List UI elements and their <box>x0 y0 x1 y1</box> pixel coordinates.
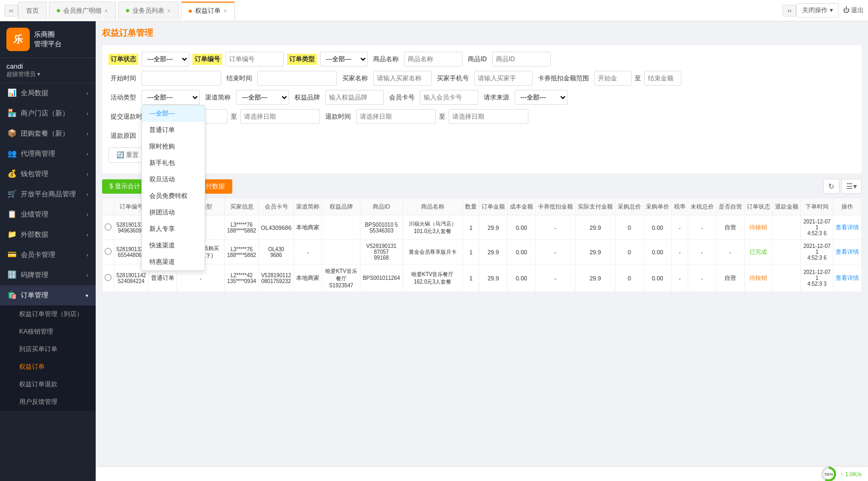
tab-home[interactable]: 首页 <box>18 2 47 20</box>
col-cost: 成本金额 <box>507 198 535 215</box>
row3-goods-name: 唯爱KTV音乐餐厅162.0元3人套餐 <box>402 264 462 292</box>
table-action-row: $ 显示合计 ☁ 修复尊享卡支付数据 ↻ ☰▾ <box>102 179 862 194</box>
activity-option-new-gift[interactable]: 新手礼包 <box>142 155 205 171</box>
order-no-input[interactable] <box>225 52 284 67</box>
brand-input[interactable] <box>325 90 384 105</box>
submenu-ka-verify[interactable]: KA核销管理 <box>0 323 96 341</box>
row3-member-card: V5281901120801759232 <box>258 264 294 292</box>
row2-radio[interactable] <box>103 240 114 264</box>
tab-close-1[interactable]: × <box>105 8 108 14</box>
row3-order-time: 2021-12-07 14:52:3 3 <box>800 264 833 292</box>
activity-type-select[interactable]: ---全部--- <box>141 90 200 105</box>
exit-button[interactable]: ⏻ 退出 <box>843 6 864 15</box>
submenu-user-feedback[interactable]: 用户反馈管理 <box>0 393 96 411</box>
tab-member-detail-label: 会员推广明细 <box>63 6 102 15</box>
tab-dot-2 <box>126 9 129 12</box>
activity-option-flash-sale[interactable]: 限时抢购 <box>142 138 205 155</box>
orders-table: 订单编号 订单类型 活动类型 买家信息 会员卡号 渠道简称 权益品牌 商品ID … <box>102 198 862 292</box>
row2-buyer-info: L3*****76188****5882 <box>225 240 259 264</box>
source-select[interactable]: ---全部--- <box>515 90 568 105</box>
row1-qty: 1 <box>462 215 479 240</box>
refresh-button[interactable]: ↻ <box>823 179 839 194</box>
row1-action[interactable]: 查看详情 <box>833 215 861 240</box>
row2-order-time: 2021-12-07 14:52:3 6 <box>800 240 833 264</box>
sidebar-item-merchant[interactable]: 🏪商户门店（新） ‹ <box>0 103 96 123</box>
submenu-equity-order[interactable]: 权益订单 <box>0 358 96 376</box>
table-row: 5281901338949636096 普通订单 - L3*****76188*… <box>103 215 862 240</box>
activity-type-label: 活动类型 <box>108 93 138 102</box>
refund-time-end-input[interactable] <box>449 109 528 124</box>
row2-self-ops: - <box>716 240 744 264</box>
activity-option-normal[interactable]: 普通订单 <box>142 122 205 138</box>
row2-action[interactable]: 查看详情 <box>833 240 861 264</box>
sidebar-item-agent[interactable]: 👥代理商管理 ‹ <box>0 144 96 164</box>
brand-label: 权益品牌 <box>292 93 322 102</box>
activity-option-double-festival[interactable]: 双旦活动 <box>142 171 205 188</box>
row2-order-amount: 29.9 <box>479 240 507 264</box>
row1-cost: 0.00 <box>507 215 535 240</box>
sidebar-item-performance[interactable]: 📋业绩管理 ‹ <box>0 204 96 225</box>
sidebar-item-order-management[interactable]: 🛍️订单管理 ▾ <box>0 285 96 305</box>
channel-select[interactable]: ---全部--- <box>236 90 289 105</box>
tab-equity-order[interactable]: 权益订单 × <box>181 2 235 20</box>
table-row: 5281901142524084224 普通订单 - L2*****42135*… <box>103 264 862 292</box>
coupon-end-input[interactable] <box>644 71 681 86</box>
sidebar-item-wallet[interactable]: 💰钱包管理 ‹ <box>0 164 96 184</box>
row3-action[interactable]: 查看详情 <box>833 264 861 292</box>
activity-option-group-buy[interactable]: 拼团活动 <box>142 204 205 221</box>
col-refund: 退款金额 <box>772 198 800 215</box>
sidebar-item-global-data[interactable]: 📊全局数据 ‹ <box>0 83 96 103</box>
submenu-order: 权益订单管理（到店） KA核销管理 到店买单订单 权益订单 权益订单退款 用户反… <box>0 305 96 411</box>
goods-name-input[interactable] <box>404 52 462 67</box>
sidebar-item-code-board[interactable]: 🔢码牌管理 ‹ <box>0 265 96 285</box>
activity-option-special-channel[interactable]: 特惠渠道 <box>142 254 205 270</box>
member-card-label: 会员卡号 <box>387 93 417 102</box>
row2-goods-id: V5281901318705799168 <box>360 240 402 264</box>
row1-order-time: 2021-12-07 14:52:3 6 <box>800 215 833 240</box>
sidebar-item-open-platform[interactable]: 🛒开放平台商品管理 ‹ <box>0 184 96 204</box>
activity-option-all[interactable]: ---全部--- <box>142 105 205 122</box>
activity-option-fast-channel[interactable]: 快速渠道 <box>142 237 205 254</box>
tab-close-2[interactable]: × <box>167 8 171 14</box>
buyer-name-input[interactable] <box>373 71 432 86</box>
coupon-start-input[interactable] <box>594 71 631 86</box>
row3-order-amount: 29.9 <box>479 264 507 292</box>
order-no-label: 订单编号 <box>192 54 222 65</box>
tab-member-detail[interactable]: 会员推广明细 × <box>49 2 116 20</box>
order-status-select[interactable]: ---全部--- <box>141 52 189 67</box>
buyer-phone-input[interactable] <box>474 71 533 86</box>
row1-actual-pay: 29.9 <box>575 215 615 240</box>
row1-brand <box>322 215 360 240</box>
tab-salesperson-list[interactable]: 业务员列表 × <box>118 2 179 20</box>
nav-forward-button[interactable]: ›› <box>782 5 796 16</box>
close-ops-button[interactable]: 关闭操作 ▾ <box>796 3 838 18</box>
submenu-store-order[interactable]: 到店买单订单 <box>0 341 96 358</box>
nav-back-button[interactable]: ‹‹ <box>4 5 18 16</box>
status-bar-right: 58% ↑ 1.6K/s <box>820 466 862 482</box>
logo-icon: 乐 <box>6 28 30 51</box>
goods-id-input[interactable] <box>492 52 551 67</box>
member-card-input[interactable] <box>420 90 478 105</box>
tab-close-3[interactable]: × <box>224 8 227 14</box>
activity-option-new-exclusive[interactable]: 新人专享 <box>142 221 205 237</box>
row1-order-amount: 29.9 <box>479 215 507 240</box>
row3-radio[interactable] <box>103 264 114 292</box>
sidebar-item-member-card[interactable]: 💳会员卡管理 ‹ <box>0 245 96 265</box>
row3-qty: 1 <box>462 264 479 292</box>
refund-time-start-input[interactable] <box>356 109 436 124</box>
submenu-equity-refund[interactable]: 权益订单退款 <box>0 376 96 393</box>
table-row: 5281901324655448064 普通订单 尊享版会员购买(美食线下) L… <box>103 240 862 264</box>
end-time-input[interactable]: 2021-12-07 23:5 <box>257 71 337 86</box>
refund-reason-label: 退款原因 <box>108 131 138 140</box>
activity-option-member-free[interactable]: 会员免费特权 <box>142 188 205 204</box>
refund-submit-end-input[interactable] <box>240 109 320 124</box>
tab-equity-order-label: 权益订单 <box>195 6 221 15</box>
column-settings-button[interactable]: ☰▾ <box>841 179 862 194</box>
row1-radio[interactable] <box>103 215 114 240</box>
row1-coupon-deduct: - <box>535 215 575 240</box>
order-type-select[interactable]: ---全部--- <box>320 52 368 67</box>
start-time-input[interactable]: 2021-12-07 00:0 <box>141 71 221 86</box>
sidebar-item-external-data[interactable]: 📁外部数据 ‹ <box>0 225 96 245</box>
submenu-equity-order-store[interactable]: 权益订单管理（到店） <box>0 305 96 323</box>
sidebar-item-group-buy[interactable]: 📦团购套餐（新） ‹ <box>0 123 96 144</box>
